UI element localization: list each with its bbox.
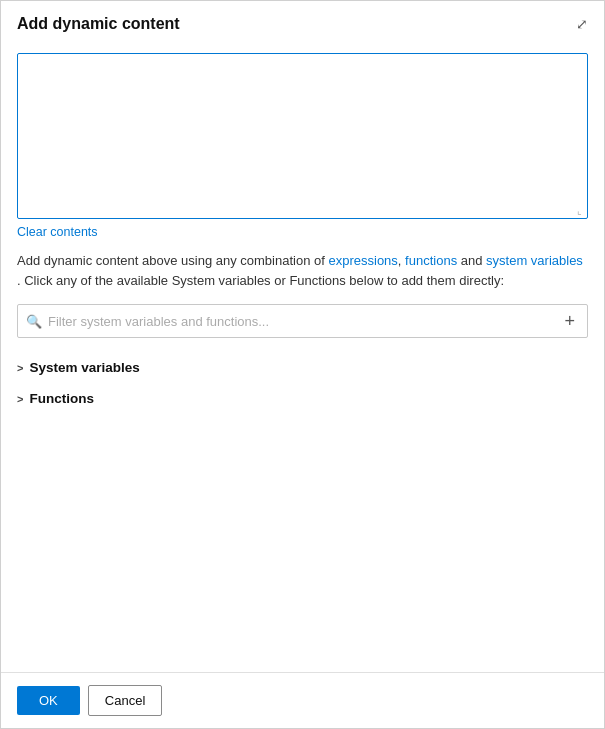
ok-button[interactable]: OK [17, 686, 80, 715]
chevron-right-icon-2: > [17, 393, 23, 405]
dialog-content: ⌞ Clear contents Add dynamic content abo… [1, 43, 604, 672]
resize-handle-icon: ⌞ [573, 204, 585, 216]
functions-link[interactable]: functions [405, 253, 457, 268]
functions-label: Functions [29, 391, 94, 406]
description-before: Add dynamic content above using any comb… [17, 253, 328, 268]
expand-icon[interactable]: ⤢ [576, 16, 588, 32]
cancel-button[interactable]: Cancel [88, 685, 162, 716]
functions-header[interactable]: > Functions [17, 385, 588, 412]
description-text: Add dynamic content above using any comb… [17, 251, 588, 290]
description-comma: , [398, 253, 405, 268]
filter-input[interactable] [48, 314, 560, 329]
dynamic-content-input-wrapper: ⌞ [17, 53, 588, 219]
description-and: and [457, 253, 486, 268]
clear-contents-link[interactable]: Clear contents [17, 225, 588, 239]
dialog-title: Add dynamic content [17, 15, 180, 33]
expressions-link[interactable]: expressions [328, 253, 397, 268]
system-variables-header[interactable]: > System variables [17, 354, 588, 381]
dialog-header: Add dynamic content ⤢ [1, 1, 604, 43]
functions-section: > Functions [17, 385, 588, 412]
system-variables-link[interactable]: system variables [486, 253, 583, 268]
search-icon: 🔍 [26, 314, 42, 329]
chevron-right-icon: > [17, 362, 23, 374]
system-variables-label: System variables [29, 360, 139, 375]
system-variables-section: > System variables [17, 354, 588, 381]
dialog-footer: OK Cancel [1, 672, 604, 728]
description-after: . Click any of the available System vari… [17, 273, 504, 288]
dynamic-content-textarea[interactable] [24, 60, 581, 208]
add-button[interactable]: + [560, 312, 579, 330]
filter-bar: 🔍 + [17, 304, 588, 338]
